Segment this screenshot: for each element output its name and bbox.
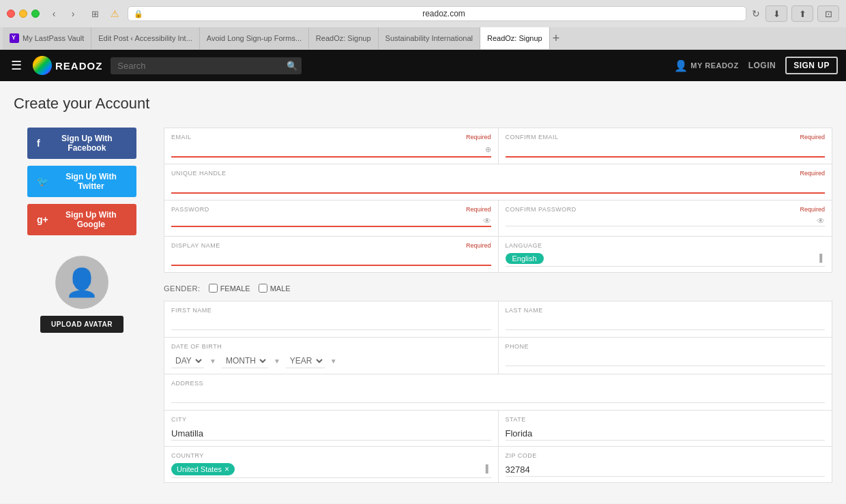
password-input[interactable] (171, 216, 483, 226)
city-state-row: CITY Umatilla STATE Florida (164, 411, 832, 447)
my-readoz-button[interactable]: 👤 MY READOZ (674, 59, 739, 72)
twitter-icon: 🐦 (37, 176, 48, 187)
gender-row: GENDER: FEMALE MALE (164, 273, 832, 301)
nav-buttons: ‹ › (45, 6, 82, 21)
male-label: MALE (270, 284, 291, 293)
avatar: 👤 (55, 256, 108, 309)
zip-value: 32784 (506, 462, 826, 477)
language-value: English (512, 254, 537, 263)
email-input[interactable] (171, 143, 485, 156)
readoz-logo[interactable]: READOZ (33, 56, 102, 75)
google-signup-button[interactable]: g+ Sign Up With Google (27, 204, 136, 235)
password-row: PASSWORD Required 👁 CONFIRM PASSWORD Req… (164, 201, 832, 237)
dob-label: DATE OF BIRTH (171, 343, 491, 350)
confirm-email-field-block: CONFIRM EMAIL Required (499, 128, 832, 164)
day-chevron: ▼ (209, 357, 216, 365)
display-language-row: DISPLAY NAME Required LANGUAGE English (164, 237, 832, 273)
language-scroll-indicator: ▌ (819, 254, 825, 262)
fullscreen-window-btn[interactable] (31, 10, 40, 18)
tab-overview-button[interactable]: ⊞ (87, 6, 102, 21)
header-search[interactable]: 🔍 (111, 57, 302, 74)
tab-readozsignup1[interactable]: ReadOz: Signup (309, 27, 379, 49)
tab-sustainability[interactable]: Sustainability International (379, 27, 480, 49)
city-label: CITY (171, 416, 491, 423)
upload-avatar-button[interactable]: UPLOAD AVATAR (40, 316, 123, 333)
header-right: 👤 MY READOZ LOGIN SIGN UP (674, 57, 838, 74)
last-name-input[interactable] (506, 316, 826, 330)
tab-editpost[interactable]: Edit Post ‹ Accessibility Int... (91, 27, 200, 49)
confirm-email-label: CONFIRM EMAIL Required (506, 134, 826, 140)
forward-button[interactable]: › (64, 6, 82, 21)
tab-label: ReadOz: Signup (316, 34, 371, 42)
tab-readozsignup2-active[interactable]: ReadOz: Signup (480, 27, 550, 49)
address-input[interactable] (171, 389, 825, 403)
confirm-email-input[interactable] (506, 143, 826, 158)
login-button[interactable]: LOGIN (748, 61, 776, 70)
confirm-email-required: Required (800, 134, 825, 140)
display-name-label: DISPLAY NAME Required (171, 242, 491, 249)
email-field-block: EMAIL Required ⊕ (164, 128, 499, 164)
zip-label: ZIP CODE (506, 452, 826, 459)
female-checkbox[interactable] (209, 284, 218, 293)
close-window-btn[interactable] (7, 10, 15, 18)
confirm-password-input[interactable] (506, 216, 817, 226)
share-button[interactable]: ⬆ (791, 5, 813, 22)
tab-label: Sustainability International (385, 34, 473, 42)
search-icon[interactable]: 🔍 (287, 61, 297, 71)
facebook-label: Sign Up With Facebook (47, 134, 127, 153)
display-name-input[interactable] (171, 252, 491, 266)
hamburger-menu-button[interactable]: ☰ (8, 55, 25, 76)
minimize-window-btn[interactable] (19, 10, 27, 18)
last-name-label: LAST NAME (506, 307, 826, 314)
facebook-signup-button[interactable]: f Sign Up With Facebook (27, 128, 136, 159)
password-toggle-icon[interactable]: 👁 (483, 216, 491, 226)
month-select[interactable]: MONTH (222, 354, 268, 368)
tab-label: ReadOz: Signup (487, 34, 542, 42)
download-button[interactable]: ⬇ (765, 5, 787, 22)
city-value: Umatilla (171, 426, 491, 441)
signup-button[interactable]: SIGN UP (785, 57, 838, 74)
country-remove-icon[interactable]: × (224, 464, 229, 474)
confirm-password-label: CONFIRM PASSWORD Required (506, 206, 826, 213)
unique-handle-required: Required (800, 170, 825, 177)
new-window-button[interactable]: ⊡ (817, 5, 839, 22)
address-block: ADDRESS (164, 374, 832, 411)
back-button[interactable]: ‹ (45, 6, 63, 21)
day-select[interactable]: DAY (171, 354, 204, 368)
new-tab-button[interactable]: + (553, 31, 560, 46)
dob-field: DATE OF BIRTH DAY ▼ MONTH ▼ YEAR (164, 338, 499, 374)
address-field: ADDRESS (164, 374, 832, 410)
warning-icon: ⚠ (111, 8, 119, 19)
password-field-block: PASSWORD Required 👁 (164, 201, 499, 236)
unique-handle-input[interactable] (171, 179, 825, 194)
male-option[interactable]: MALE (259, 284, 291, 293)
female-option[interactable]: FEMALE (209, 284, 250, 293)
year-select[interactable]: YEAR (286, 354, 325, 368)
name-row: FIRST NAME LAST NAME (164, 301, 832, 338)
email-required: Required (466, 134, 491, 140)
tab-label: Avoid Long Sign-up Forms... (207, 34, 302, 42)
month-chevron: ▼ (274, 357, 280, 365)
password-required: Required (466, 206, 491, 213)
left-panel: f Sign Up With Facebook 🐦 Sign Up With T… (14, 128, 150, 333)
first-name-label: FIRST NAME (171, 307, 491, 314)
unique-handle-field: UNIQUE HANDLE Required (164, 164, 832, 200)
state-label: STATE (506, 416, 826, 423)
male-checkbox[interactable] (259, 284, 267, 293)
language-tag[interactable]: English (506, 253, 544, 264)
twitter-signup-button[interactable]: 🐦 Sign Up With Twitter (27, 166, 136, 197)
phone-field: PHONE (499, 338, 832, 374)
country-tag[interactable]: United States × (171, 463, 235, 475)
reload-button[interactable]: ↻ (752, 8, 760, 19)
search-input[interactable] (111, 57, 302, 74)
tab-avoidforms[interactable]: Avoid Long Sign-up Forms... (200, 27, 309, 49)
browser-chrome: ‹ › ⊞ ⚠ 🔒 readoz.com ↻ ⬇ ⬆ ⊡ Y My LastPa… (0, 0, 846, 50)
confirm-password-toggle-icon[interactable]: 👁 (817, 216, 825, 226)
tab-lastpass[interactable]: Y My LastPass Vault (3, 27, 91, 49)
female-label: FEMALE (220, 284, 250, 293)
first-name-input[interactable] (171, 316, 491, 330)
phone-input[interactable] (506, 353, 826, 366)
year-chevron: ▼ (330, 357, 337, 365)
address-bar[interactable]: 🔒 readoz.com (128, 6, 746, 21)
address-text: readoz.com (147, 9, 740, 18)
